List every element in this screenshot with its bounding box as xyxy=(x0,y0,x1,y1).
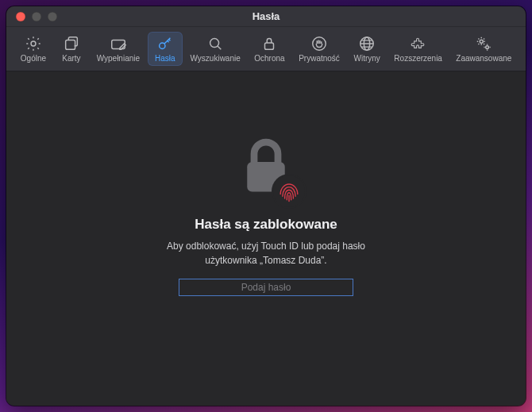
tab-label: Witryny xyxy=(353,54,380,63)
tab-label: Prywatność xyxy=(299,54,340,63)
lock-graphic xyxy=(230,134,302,206)
password-input[interactable] xyxy=(179,279,353,296)
svg-point-3 xyxy=(159,43,164,48)
tab-extensions[interactable]: Rozszerzenia xyxy=(388,32,449,66)
tab-privacy[interactable]: Prywatność xyxy=(292,32,345,66)
hand-icon xyxy=(310,35,328,52)
tab-label: Zaawansowane xyxy=(456,54,511,63)
tab-autofill[interactable]: Wypełnianie xyxy=(91,32,146,66)
tab-advanced[interactable]: Zaawansowane xyxy=(450,32,518,66)
gear-icon xyxy=(25,35,42,52)
svg-point-0 xyxy=(31,41,36,46)
tab-label: Ochrona xyxy=(254,54,284,63)
svg-point-4 xyxy=(210,39,219,48)
fingerprint-icon xyxy=(273,175,305,207)
passwords-locked-panel: Hasła są zablokowane Aby odblokować, uży… xyxy=(6,71,526,406)
preferences-toolbar: Ogólne Karty Wypełnianie Hasła xyxy=(6,27,526,71)
tab-general[interactable]: Ogólne xyxy=(14,32,52,66)
svg-rect-1 xyxy=(66,40,75,49)
window-title: Hasła xyxy=(6,10,526,22)
tab-label: Rozszerzenia xyxy=(394,54,442,63)
svg-point-6 xyxy=(313,37,326,51)
gears-icon xyxy=(475,35,492,52)
svg-point-9 xyxy=(480,40,484,43)
tab-label: Hasła xyxy=(155,54,175,63)
tab-label: Ogólne xyxy=(21,54,46,63)
tab-label: Wypełnianie xyxy=(97,54,140,63)
tab-label: Wyszukiwanie xyxy=(191,54,241,63)
zoom-window-button[interactable] xyxy=(48,12,57,21)
search-icon xyxy=(206,35,224,52)
minimize-window-button[interactable] xyxy=(32,12,41,21)
tab-tabs[interactable]: Karty xyxy=(54,32,89,66)
tab-security[interactable]: Ochrona xyxy=(248,32,291,66)
close-window-button[interactable] xyxy=(16,12,25,21)
tab-passwords[interactable]: Hasła xyxy=(148,32,183,66)
svg-rect-5 xyxy=(265,43,274,49)
tab-label: Karty xyxy=(62,54,80,63)
svg-point-10 xyxy=(486,46,489,49)
tab-websites[interactable]: Witryny xyxy=(348,32,387,66)
window-titlebar: Hasła xyxy=(6,6,526,27)
traffic-lights xyxy=(6,12,57,21)
key-icon xyxy=(156,35,174,52)
locked-subtitle: Aby odblokować, użyj Touch ID lub podaj … xyxy=(147,239,385,268)
tab-search[interactable]: Wyszukiwanie xyxy=(184,32,247,66)
locked-heading: Hasła są zablokowane xyxy=(195,217,337,233)
pencil-card-icon xyxy=(110,35,127,52)
puzzle-icon xyxy=(410,35,427,52)
lock-icon xyxy=(260,35,278,52)
tabs-icon xyxy=(63,35,80,52)
preferences-window: Hasła Ogólne Karty Wypełnianie xyxy=(6,6,526,406)
globe-icon xyxy=(358,35,376,52)
